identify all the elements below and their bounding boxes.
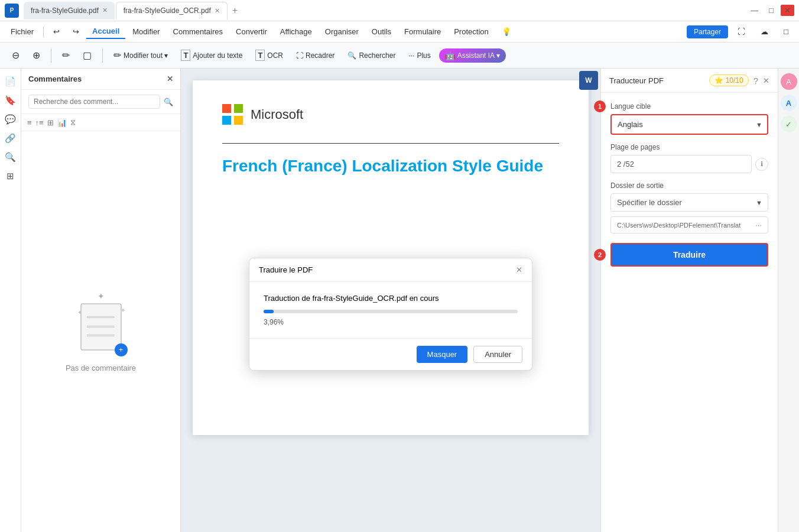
output-folder-label: Dossier de sortie	[610, 181, 768, 190]
menu-commentaires[interactable]: Commentaires	[167, 25, 229, 38]
translate-dialog: Traduire le PDF ✕ Traduction de fra-fra-…	[249, 258, 532, 371]
language-section: 1 Langue cible Anglais ▼	[610, 102, 768, 135]
sort-asc-icon[interactable]: ↑≡	[35, 118, 44, 127]
share-button[interactable]: Partager	[687, 25, 728, 38]
pdf-logo-area: Microsoft	[222, 104, 559, 125]
search-icon[interactable]: 🔍	[164, 98, 173, 106]
progress-bar-bg	[264, 310, 518, 313]
menu-modifier[interactable]: Modifier	[126, 25, 165, 38]
microsoft-logo	[222, 104, 243, 125]
avatar-icon[interactable]: A	[781, 73, 797, 90]
dialog-body: Traduction de fra-fra-StyleGuide_OCR.pdf…	[249, 282, 532, 338]
sidebar-icon-comment[interactable]: 💬	[2, 111, 19, 128]
menu-organiser[interactable]: Organiser	[319, 25, 365, 38]
folder-path-dots-icon[interactable]: ···	[755, 220, 762, 229]
sort-grid-icon[interactable]: ⊞	[47, 118, 54, 127]
zoom-out-button[interactable]: ⊖	[7, 47, 24, 63]
win-maximize[interactable]: □	[765, 5, 777, 16]
language-select[interactable]: Anglais	[610, 114, 768, 135]
comments-search-input[interactable]	[28, 95, 160, 109]
menu-grid-icon[interactable]: ⛶	[732, 25, 751, 38]
menu-layout-icon[interactable]: □	[778, 25, 794, 38]
zoom-in-icon: ⊕	[33, 50, 40, 61]
page-range-row: ℹ	[610, 155, 768, 173]
step-2-marker: 2	[594, 249, 606, 261]
masquer-button[interactable]: Masquer	[417, 346, 468, 363]
win-minimize[interactable]: —	[747, 5, 762, 16]
tab-2-label: fra-fra-StyleGuide_OCR.pdf	[124, 7, 211, 15]
add-tab-button[interactable]: +	[229, 5, 241, 16]
menu-protection[interactable]: Protection	[448, 25, 495, 38]
sidebar-icon-bookmark[interactable]: 🔖	[2, 92, 19, 109]
ajouter-texte-button[interactable]: T Ajouter du texte	[176, 47, 247, 63]
page-range-info-icon[interactable]: ℹ	[755, 158, 768, 171]
folder-select-wrapper: Spécifier le dossier ▼	[610, 193, 768, 212]
sidebar-icon-page[interactable]: 📄	[2, 73, 19, 90]
sidebar-icon-layers[interactable]: ⊞	[2, 168, 19, 184]
menu-accueil[interactable]: Accueil	[86, 24, 125, 39]
recadrer-button[interactable]: ⛶ Recadrer	[291, 49, 339, 62]
annuler-button[interactable]: Annuler	[473, 346, 522, 363]
assistant-ia-button[interactable]: 🤖 Assistant IA ▾	[439, 48, 506, 63]
ocr-button[interactable]: T OCR	[251, 47, 288, 63]
tab-1[interactable]: fra-fra-StyleGuide.pdf ✕	[24, 2, 115, 20]
folder-path-text: C:\Users\ws\Desktop\PDFelement\Translat	[617, 222, 740, 229]
translate-button[interactable]: Traduire	[610, 243, 768, 267]
menu-cloud-icon[interactable]: ☁	[755, 25, 774, 38]
comments-panel: Commentaires ✕ 🔍 ≡ ↑≡ ⊞ 📊 ⧖ ✦ ✦ ✦ ══════…	[21, 69, 181, 532]
check-panel-icon[interactable]: ✓	[781, 116, 797, 132]
window-controls: — □ ✕	[747, 5, 794, 16]
credits-value: 10/10	[726, 76, 743, 85]
sidebar-icon-link[interactable]: 🔗	[2, 130, 19, 147]
word-export-icon[interactable]: W	[579, 71, 598, 90]
page-range-input[interactable]	[610, 155, 752, 173]
star-icon: ⭐	[714, 76, 723, 85]
recadrer-icon: ⛶	[296, 51, 303, 60]
sidebar-icon-search[interactable]: 🔍	[2, 149, 19, 166]
dialog-close-icon[interactable]: ✕	[516, 265, 522, 274]
zoom-in-button[interactable]: ⊕	[28, 47, 45, 63]
no-comment-label: Pas de commentaire	[66, 364, 136, 372]
assistant-ia-label: Assistant IA ▾	[457, 51, 500, 60]
right-panel-header: Traducteur PDF ⭐ 10/10 ? ✕	[601, 69, 778, 93]
main-layout: 📄 🔖 💬 🔗 🔍 ⊞ Commentaires ✕ 🔍 ≡ ↑≡ ⊞ 📊 ⧖ …	[0, 69, 799, 532]
translate-panel-icon[interactable]: A	[781, 95, 797, 111]
win-close[interactable]: ✕	[781, 5, 794, 16]
tab-1-close[interactable]: ✕	[102, 7, 108, 14]
language-select-wrapper: Anglais ▼	[610, 114, 768, 135]
menu-formulaire[interactable]: Formulaire	[398, 25, 447, 38]
sort-chart-icon[interactable]: 📊	[57, 118, 67, 127]
tab-2[interactable]: fra-fra-StyleGuide_OCR.pdf ✕	[116, 2, 228, 20]
tab-2-close[interactable]: ✕	[215, 7, 220, 15]
text-icon: T	[181, 50, 190, 61]
list-icon[interactable]: ≡	[27, 118, 32, 127]
menu-redo[interactable]: ↪	[67, 25, 85, 38]
highlight-button[interactable]: ✏	[57, 47, 74, 63]
rectangle-button[interactable]: ▢	[78, 47, 96, 63]
close-comments-icon[interactable]: ✕	[167, 74, 173, 83]
modifier-tout-button[interactable]: ✏ Modifier tout ▾	[109, 47, 173, 63]
menu-fichier[interactable]: Fichier	[5, 25, 40, 38]
help-icon[interactable]: ?	[753, 76, 758, 86]
menu-affichage[interactable]: Affichage	[274, 25, 318, 38]
language-label-row: 1 Langue cible	[610, 102, 768, 111]
highlight-icon: ✏	[62, 50, 70, 61]
menu-undo[interactable]: ↩	[47, 25, 66, 38]
plus-button[interactable]: ··· Plus	[404, 49, 435, 62]
menu-lightbulb[interactable]: 💡	[496, 25, 517, 38]
no-comment-area: ✦ ✦ ✦ ══════════════════ + Pas de commen…	[21, 131, 180, 532]
ms-sq-green	[234, 104, 243, 113]
ms-sq-yellow	[234, 116, 243, 125]
filter-funnel-icon[interactable]: ⧖	[70, 118, 76, 127]
doc-lines-icon: ══════════════════	[87, 313, 115, 340]
panel-close-icon[interactable]: ✕	[763, 76, 769, 85]
menu-outils[interactable]: Outils	[366, 25, 397, 38]
menu-convertir[interactable]: Convertir	[230, 25, 273, 38]
progress-pct: 3,96%	[264, 318, 518, 326]
rechercher-button[interactable]: 🔍 Rechercher	[343, 49, 400, 62]
folder-select[interactable]: Spécifier le dossier	[610, 193, 768, 212]
rechercher-label: Rechercher	[359, 51, 395, 60]
pdf-area: W Microsoft French (France) Localization…	[181, 69, 600, 532]
translate-section: 2 Traduire	[610, 243, 768, 267]
ms-sq-blue	[222, 116, 231, 125]
